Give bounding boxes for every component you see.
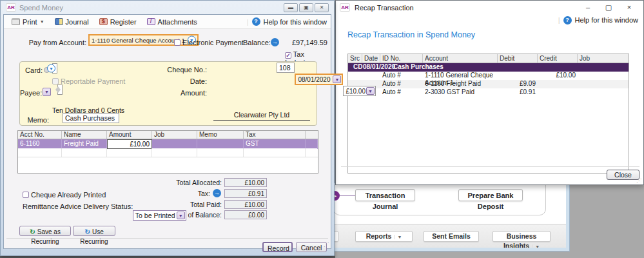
recap-titlebar[interactable]: AR Recap Transaction – ▢ × (336, 1, 643, 14)
tax-value: £0.91 (224, 189, 267, 198)
recap-transaction-window: AR Recap Transaction – ▢ × | ? Help for … (335, 0, 644, 185)
remittance-dropdown[interactable]: To be Printed ▼ (133, 210, 186, 221)
tax-detail-arrow-icon[interactable]: → (213, 189, 221, 197)
maximize-button[interactable]: ▣ (299, 3, 313, 12)
col-header-credit[interactable]: Credit (538, 54, 578, 63)
reports-button[interactable]: Reports▼ (355, 231, 413, 242)
spinner-down-icon[interactable] (55, 90, 61, 93)
calendar-dropdown-icon[interactable]: ▼ (333, 75, 341, 83)
chevron-down-icon[interactable]: ▼ (366, 87, 375, 95)
flow-connector (340, 195, 355, 196)
out-of-balance-value: £0.00 (224, 210, 267, 219)
business-insights-button[interactable]: Business Insights▼ (493, 231, 551, 242)
register-button[interactable]: $ Register (95, 17, 141, 27)
col-header-debit[interactable]: Debit (498, 54, 538, 63)
recap-table-row[interactable]: Auto # 1-1110 General Cheque Account 1 £… (348, 72, 629, 80)
save-as-recurring-button[interactable]: ↻ Save as Recurring (19, 226, 71, 236)
journal-button[interactable]: Journal (51, 17, 93, 27)
cell-job (578, 80, 629, 88)
remittance-label: Remittance Advice Delivery Status: (23, 203, 133, 210)
spend-body: Pay from Account: 1-1110 General Cheque … (4, 29, 331, 248)
cell-tax: GST (244, 139, 306, 149)
cell-memo (197, 139, 244, 149)
transaction-journal-button[interactable]: Transaction Journal (355, 189, 415, 201)
col-header-job[interactable]: Job (578, 54, 629, 63)
col-header-idno[interactable]: ID No. (380, 54, 423, 63)
cheque-panel: Card: ▼ Reportable Payment Payee: ▼ Ten … (19, 61, 317, 126)
reportable-payment-label: Reportable Payment (61, 77, 125, 85)
electronic-payment-checkbox[interactable]: Electronic Payment (174, 39, 244, 46)
checkbox-icon[interactable] (174, 39, 181, 46)
col-header-src[interactable]: Src (348, 54, 362, 63)
minimize-button[interactable]: – (578, 1, 598, 14)
amount-input[interactable]: £10.00 ▼ (343, 86, 376, 96)
allocation-table-header: Acct No. Name Amount Job Memo Tax (18, 131, 318, 139)
recurring-use-icon: ↻ (84, 228, 90, 235)
recap-group-row[interactable]: CD 08/01/2020 Cash Purchases (348, 63, 629, 72)
col-header-amount[interactable]: Amount (107, 131, 152, 139)
recap-table-row[interactable]: Auto # 6-1160 Freight Paid £9.09 (348, 80, 629, 88)
chevron-down-icon[interactable]: ▼ (177, 212, 185, 219)
payee-dropdown-button[interactable]: ▼ (43, 88, 51, 96)
sent-emails-label: Sent Emails (432, 232, 471, 240)
cell-account: 2-3030 GST Paid (423, 88, 498, 97)
checkbox-icon[interactable] (23, 192, 29, 198)
cell-debit: £0.91 (498, 88, 538, 97)
record-button[interactable]: Record (262, 242, 293, 252)
cheque-no-input[interactable]: 108 (277, 63, 295, 73)
cancel-button[interactable]: Cancel (296, 242, 327, 252)
date-value: 08/01/2020 (298, 76, 330, 83)
recap-table-row[interactable]: Auto # 2-3030 GST Paid £0.91 (348, 88, 629, 97)
date-input[interactable]: 08/01/2020 ▼ (295, 74, 343, 85)
chevron-down-icon[interactable]: ▼ (47, 64, 55, 73)
sent-emails-button[interactable]: Sent Emails (424, 231, 479, 242)
cell-name: Freight Paid (62, 139, 107, 149)
allocation-row-selected[interactable]: 6-1160 Freight Paid £10.00 GST (18, 139, 318, 148)
print-button[interactable]: Print ▼ (8, 17, 48, 27)
use-recurring-button[interactable]: ↻ Use Recurring (73, 226, 115, 236)
col-header-account[interactable]: Account (423, 54, 498, 63)
command-centre-client: ▶ Transaction Journal Prepare Bank Depos… (328, 183, 566, 248)
payee-label: Payee: (20, 89, 41, 97)
balance-detail-arrow-icon[interactable]: → (271, 38, 279, 46)
register-icon: $ (99, 18, 108, 25)
col-header-acct[interactable]: Acct No. (18, 131, 62, 139)
resize-grip[interactable]: ⋰ (636, 178, 642, 184)
prepare-bank-deposit-button[interactable]: Prepare Bank Deposit (458, 189, 523, 201)
attachments-button[interactable]: / Attachments (143, 17, 201, 27)
close-window-button[interactable]: × (619, 1, 639, 14)
app-logo-icon: AR (340, 3, 350, 12)
spend-titlebar[interactable]: AR Spend Money ▬ ▣ ✕ (3, 1, 331, 14)
col-header-name[interactable]: Name (62, 131, 107, 139)
col-header-memo[interactable]: Memo (197, 131, 244, 139)
amount-value: £10.00 (346, 88, 366, 95)
checkbox-icon (52, 78, 59, 84)
tax-label: Tax: (198, 190, 210, 197)
pay-from-account-label: Pay from Account: (21, 39, 86, 46)
close-button[interactable]: Close (607, 170, 639, 180)
journal-label: Journal (66, 18, 89, 26)
divider: | (558, 16, 560, 24)
total-paid-label: Total Paid: (190, 201, 222, 208)
col-header-date[interactable]: Date (362, 54, 380, 63)
pay-from-account-value: 1-1110 General Cheque Account 1 (92, 37, 185, 44)
cheque-already-printed-checkbox[interactable]: Cheque Already Printed (23, 191, 106, 199)
divider (341, 166, 639, 167)
close-window-button[interactable]: ✕ (315, 3, 329, 12)
spend-window-title: Spend Money (19, 4, 63, 12)
recap-help-link[interactable]: Help for this window (575, 16, 638, 24)
col-header-tax[interactable]: Tax (244, 131, 306, 139)
cell-amount-edit[interactable]: £10.00 (107, 139, 152, 149)
card-combo[interactable]: ▼ (52, 63, 57, 74)
resize-grip[interactable]: ⋰ (324, 242, 329, 248)
minimize-button[interactable]: ▬ (284, 3, 298, 12)
allocation-row-empty[interactable] (18, 148, 318, 157)
col-header-job[interactable]: Job (152, 131, 197, 139)
memo-input[interactable]: Cash Purchases (63, 113, 119, 123)
spend-help-link[interactable]: Help for this window (264, 18, 327, 26)
reports-label: Reports (366, 232, 392, 240)
chevron-down-icon: ▼ (532, 244, 540, 248)
payee-textarea[interactable] (57, 84, 63, 95)
checkbox-checked-icon[interactable]: ✓ (285, 52, 291, 59)
maximize-button[interactable]: ▢ (598, 1, 619, 14)
